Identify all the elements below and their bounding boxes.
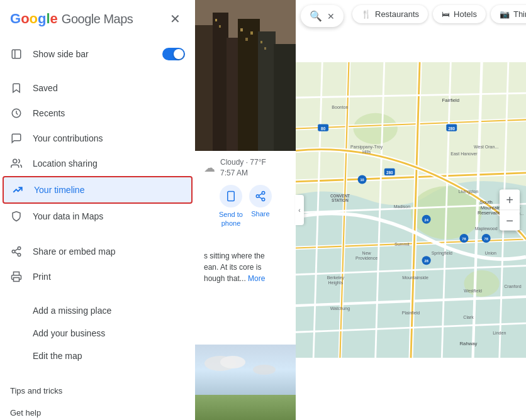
share-embed-label: Share or embed map	[33, 246, 116, 257]
svg-rect-17	[215, 19, 217, 21]
restaurants-chip[interactable]: 🍴 Restaurants	[352, 5, 428, 23]
svg-point-38	[354, 113, 398, 144]
sidebar-item-saved[interactable]: Saved	[0, 75, 195, 101]
map-container[interactable]: 80 280 280 10 24 78 78 28 Boonton Fairfi…	[296, 0, 526, 420]
read-more-link[interactable]: More	[248, 274, 265, 283]
hotels-label: Hotels	[454, 9, 477, 19]
google-maps-logo: Google Google Maps	[10, 12, 133, 26]
svg-text:New: New	[362, 251, 372, 255]
send-to-phone-icon-circle	[220, 185, 242, 207]
svg-rect-15	[258, 31, 276, 151]
tips-tricks-link[interactable]: Tips and tricks	[0, 380, 195, 402]
svg-rect-19	[240, 28, 243, 31]
add-business-label: Add your business	[33, 328, 105, 338]
svg-text:280: 280	[448, 126, 455, 131]
svg-text:78: 78	[462, 237, 466, 241]
sidebar-item-share-embed[interactable]: Share or embed map	[0, 239, 195, 264]
hotels-chip[interactable]: 🛏 Hotels	[433, 5, 486, 23]
svg-line-8	[14, 249, 18, 251]
svg-text:Mountainside: Mountainside	[402, 275, 428, 280]
sidebar-item-location-sharing[interactable]: Location sharing	[0, 151, 195, 176]
get-help-link[interactable]: Get help	[0, 402, 195, 420]
svg-point-34	[220, 356, 245, 368]
svg-text:Summit: Summit	[394, 242, 410, 246]
camera-icon: 📷	[500, 9, 510, 19]
zoom-in-button[interactable]: +	[500, 190, 520, 210]
svg-text:Heights: Heights	[328, 280, 343, 285]
your-timeline-label: Your timeline	[34, 185, 84, 195]
building-svg	[195, 0, 296, 151]
hotels-icon: 🛏	[442, 9, 450, 19]
description-text: s sitting where theean. At its core isho…	[204, 251, 265, 283]
share-label: Share	[251, 210, 269, 218]
close-search-icon[interactable]: ✕	[327, 11, 335, 21]
svg-text:Rahway: Rahway	[460, 341, 478, 346]
svg-text:280: 280	[386, 170, 393, 175]
sidebar-item-your-data[interactable]: Your data in Maps	[0, 204, 195, 229]
svg-text:Boonton: Boonton	[332, 105, 348, 109]
svg-rect-20	[245, 38, 248, 41]
share-icon-circle	[249, 185, 272, 207]
restaurants-icon: 🍴	[361, 9, 371, 19]
weather-text: Cloudy · 77°F7:57 AM	[220, 157, 266, 179]
maps-label: Google Maps	[62, 12, 133, 26]
svg-text:Union: Union	[485, 251, 496, 255]
svg-text:STATION: STATION	[332, 198, 349, 202]
search-input-container[interactable]: 🔍 ✕	[301, 5, 344, 27]
svg-line-29	[259, 197, 262, 199]
svg-text:Cranford: Cranford	[504, 284, 521, 289]
svg-point-27	[256, 194, 259, 197]
send-to-phone-label: Send tophone	[219, 210, 243, 228]
sidebar-item-edit-map[interactable]: Edit the map	[0, 345, 195, 367]
svg-text:Westfield: Westfield	[464, 289, 482, 293]
sidebar-item-print[interactable]: Print	[0, 264, 195, 289]
sidebar-item-your-timeline[interactable]: Your timeline	[3, 176, 193, 204]
svg-rect-13	[227, 38, 239, 151]
show-sidebar-label-row: Show side bar	[10, 48, 89, 60]
filter-chips: 🍴 Restaurants 🛏 Hotels 📷 Things to do	[352, 5, 526, 23]
zoom-out-button[interactable]: −	[500, 211, 520, 231]
zoom-controls: + −	[500, 190, 520, 231]
things-to-do-chip[interactable]: 📷 Things to do	[491, 5, 526, 23]
svg-text:Hills: Hills	[362, 150, 371, 154]
add-missing-place-label: Add a missing place	[33, 306, 111, 316]
svg-point-26	[262, 191, 265, 194]
contributions-icon	[10, 132, 23, 145]
svg-text:Watchung: Watchung	[330, 306, 350, 311]
weather-row: ☁ Cloudy · 77°F7:57 AM	[204, 157, 287, 179]
sidebar-item-recents[interactable]: Recents	[0, 101, 195, 126]
landscape-svg	[195, 345, 296, 420]
sidebar-item-add-missing-place[interactable]: Add a missing place	[0, 299, 195, 322]
share-button[interactable]: Share	[249, 185, 272, 228]
description-panel: s sitting where theean. At its core isho…	[195, 245, 296, 289]
saved-icon	[10, 82, 23, 94]
close-sidebar-button[interactable]: ✕	[165, 9, 185, 29]
edit-map-label: Edit the map	[33, 351, 82, 361]
share-section: Share or embed map Print	[0, 236, 195, 292]
svg-text:South: South	[480, 199, 493, 205]
svg-rect-14	[238, 19, 260, 151]
collapse-chevron-icon: ‹	[298, 207, 300, 214]
svg-text:Providence: Providence	[355, 256, 378, 260]
send-to-phone-button[interactable]: Send tophone	[219, 185, 243, 228]
show-sidebar-toggle[interactable]	[162, 48, 185, 60]
share-embed-icon	[10, 245, 23, 258]
your-data-icon	[10, 210, 23, 223]
sidebar-item-add-business[interactable]: Add your business	[0, 322, 195, 345]
svg-line-30	[259, 193, 262, 195]
cloud-icon: ☁	[204, 161, 215, 175]
sidebar-item-contributions[interactable]: Your contributions	[0, 126, 195, 151]
saved-label: Saved	[33, 83, 58, 93]
sidebar-header: Google Google Maps ✕	[0, 0, 195, 35]
info-panel: ☁ Cloudy · 77°F7:57 AM Send tophone	[195, 151, 296, 234]
svg-text:Springfield: Springfield	[432, 251, 452, 256]
svg-text:Maplewood: Maplewood	[475, 226, 498, 231]
svg-text:28: 28	[425, 259, 428, 263]
svg-text:Parsippany-Troy: Parsippany-Troy	[350, 145, 383, 150]
sidebar-toggle-icon	[10, 48, 23, 60]
svg-text:East Hanover: East Hanover	[450, 152, 478, 156]
building-photo	[195, 0, 296, 151]
main-nav-section: Saved Recents Your contributions	[0, 73, 195, 231]
svg-text:CONVENT: CONVENT	[330, 194, 350, 198]
collapse-panel-button[interactable]: ‹	[295, 195, 304, 225]
